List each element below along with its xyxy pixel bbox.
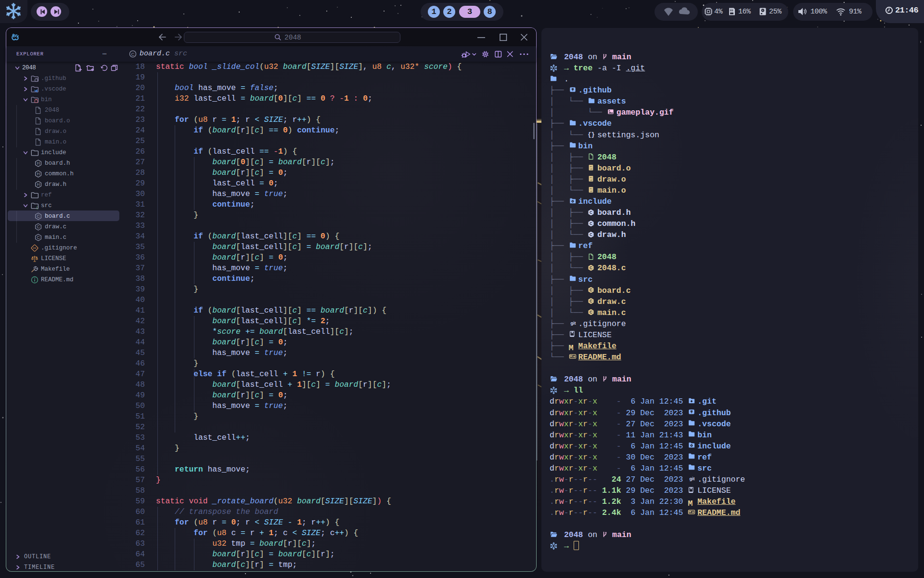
svg-text:H: H <box>37 182 39 187</box>
svg-text:C: C <box>37 235 40 240</box>
svg-text:(): () <box>36 206 39 210</box>
svg-text:C: C <box>131 52 135 57</box>
svg-text:C: C <box>37 214 40 219</box>
svg-text:H: H <box>37 171 39 176</box>
svg-text:C: C <box>37 224 40 229</box>
svg-text:H: H <box>37 161 39 166</box>
